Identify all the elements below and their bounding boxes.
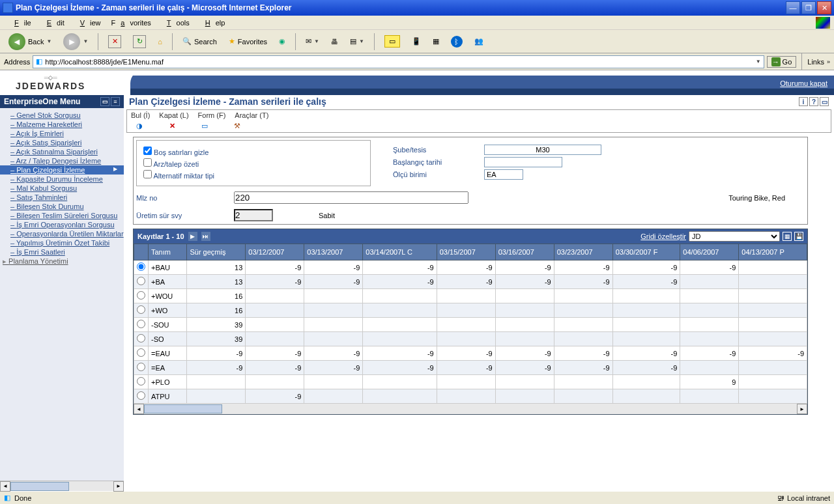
minimize-button[interactable]: — [786,1,800,14]
back-button[interactable]: ◄Back▼ [4,31,56,53]
baslangic-input[interactable] [484,157,562,167]
tool-icon-1[interactable]: ▦ [428,35,444,48]
sidebar-menu-icon[interactable]: ≡ [111,97,120,106]
grid-view-select[interactable]: JD [689,231,780,242]
table-row[interactable]: +BAU13-9-9-9-9-9-9-9-9 [134,260,807,275]
sidebar-item[interactable]: Operasyonlarda Üretilen Miktarlar [0,229,124,238]
sidebar-item[interactable]: Yapılmış Üretimin Özet Takibi [0,238,124,247]
status-bar: ◧ Done 🖳 Local intranet [0,491,834,504]
links-label[interactable]: Links [807,58,824,66]
action-form[interactable]: Form (F) [198,111,226,119]
help-icon[interactable]: ? [809,97,818,106]
notes-icon[interactable]: ▭ [380,33,405,50]
sidebar-item[interactable]: İş Emri Operasyonları Sorgusu [0,220,124,229]
menu-bar: File Edit View Favorites Tools Help [0,16,834,30]
logout-link[interactable]: Oturumu kapat [780,79,827,87]
grid-hscroll[interactable]: ◄► [134,404,807,414]
sidebar-item[interactable]: Genel Stok Sorgusu [0,111,124,120]
address-label: Address [4,58,30,66]
mail-button[interactable]: ✉▼ [301,35,324,48]
print-button[interactable]: 🖶 [326,35,343,48]
customize-grid-link[interactable]: Gridi özelleştir [640,232,686,240]
sidebar-item[interactable]: Açık Satış Siparişleri [0,138,124,147]
sidebar-hscroll[interactable]: ◄► [0,481,124,491]
uretim-input[interactable] [234,209,273,221]
chk-alt[interactable]: Alternatif miktar tipi [143,170,364,180]
grid-export-icon[interactable]: ▦ [783,232,792,241]
sidebar-item[interactable]: Plan Çizelgesi İzleme [0,165,124,175]
sidebar-item[interactable]: Açık Satınalma Siparişleri [0,147,124,156]
table-row[interactable]: -SOU39 [134,318,807,332]
olcu-input[interactable] [484,169,523,180]
refresh-button[interactable]: ↻ [128,33,151,51]
sidebar-item[interactable]: Satış Tahminleri [0,193,124,202]
menu-favorites[interactable]: Favorites [106,18,156,28]
grid-save-icon[interactable]: 💾 [794,232,803,241]
home-button[interactable]: ⌂ [153,35,167,48]
menu-file[interactable]: File [4,18,36,28]
menu-help[interactable]: Help [195,18,231,28]
stop-button[interactable]: ✕ [104,33,126,51]
menu-edit[interactable]: Edit [36,18,70,28]
table-row[interactable]: +BA13-9-9-9-9-9-9-9 [134,275,807,289]
sidebar-collapse-icon[interactable]: ▭ [100,97,109,106]
zone-label: Local intranet [787,494,830,502]
table-row[interactable]: +WO16 [134,303,807,318]
sidebar-item[interactable]: Malzeme Hareketleri [0,120,124,129]
tools-icon[interactable]: ▭ [820,97,829,106]
pda-icon[interactable]: 📱 [407,35,425,48]
data-table: TanımSür geçmiş03/12/200703/13/200703/14… [134,244,807,404]
grid-last-icon[interactable]: ⏭ [201,232,210,241]
sidebar-item[interactable]: Kapasite Durumu İnceleme [0,175,124,184]
tools-action-icon[interactable]: ⚒ [231,120,243,131]
sube-label: Şube/tesis [393,146,484,154]
sidebar-sub-item[interactable]: Planlama Yönetimi [0,257,124,266]
sidebar-item[interactable]: İş Emri Saatleri [0,247,124,257]
favorites-button[interactable]: ★Favorites [224,35,272,48]
sidebar: EnterpriseOne Menu ▭ ≡ Genel Stok Sorgus… [0,95,124,491]
chk-bos[interactable]: Boş satırları gizle [143,147,364,156]
sidebar-item[interactable]: Bileşen Stok Durumu [0,202,124,211]
table-row[interactable]: +WOU16 [134,289,807,303]
go-label: Go [783,58,792,66]
page-title-bar: Plan Çizelgesi İzleme - Zaman serileri i… [124,95,834,108]
sube-input[interactable] [484,145,601,155]
maximize-button[interactable]: ❐ [801,1,816,14]
action-kapat[interactable]: Kapat (L) [159,111,188,119]
find-icon[interactable]: ◑ [134,120,145,131]
edit-button[interactable]: ▤▼ [345,35,369,48]
sidebar-title-bar: EnterpriseOne Menu ▭ ≡ [0,95,124,108]
address-input[interactable]: ◧ http://localhost:8888/jde/E1Menu.maf ▼ [33,55,764,68]
content-area: Plan Çizelgesi İzleme - Zaman serileri i… [124,95,834,491]
table-row[interactable]: =EA-9-9-9-9-9-9-9-9 [134,361,807,375]
mlz-input[interactable] [234,191,468,204]
ie-icon [3,3,13,13]
table-row[interactable]: =EAU-9-9-9-9-9-9-9-9-9-9 [134,346,807,361]
bluetooth-icon[interactable]: ᛒ [446,33,467,50]
zone-icon: 🖳 [777,494,784,502]
close-icon[interactable]: ✕ [166,120,178,131]
people-icon[interactable]: 👥 [470,35,488,48]
close-button[interactable]: ✕ [817,1,831,14]
table-row[interactable]: +PLO9 [134,375,807,389]
item-desc: Touring Bike, Red [728,194,785,202]
history-button[interactable]: ◉ [274,35,290,48]
sidebar-item[interactable]: Arz / Talep Dengesi İzleme [0,156,124,165]
info-icon[interactable]: i [799,97,808,106]
grid-next-icon[interactable]: ▶ [188,232,197,241]
forward-button[interactable]: ►▼ [59,31,93,53]
action-bul[interactable]: Bul (İ) [131,111,150,119]
form-icon[interactable]: ▭ [199,120,210,131]
search-button[interactable]: 🔍Search [178,35,222,48]
menu-view[interactable]: View [70,18,106,28]
olcu-label: Ölçü birimi [393,171,484,178]
table-row[interactable]: -SO39 [134,332,807,346]
go-button[interactable]: →Go [767,56,797,68]
sidebar-item[interactable]: Bileşen Teslim Süreleri Sorgusu [0,211,124,220]
sidebar-item[interactable]: Mal Kabul Sorgusu [0,184,124,193]
action-araclar[interactable]: Araçlar (T) [235,111,268,119]
menu-tools[interactable]: Tools [156,18,195,28]
chk-arz[interactable]: Arz/talep özeti [143,158,364,168]
sidebar-item[interactable]: Açık İş Emirleri [0,129,124,138]
table-row[interactable]: ATPU-9 [134,389,807,404]
